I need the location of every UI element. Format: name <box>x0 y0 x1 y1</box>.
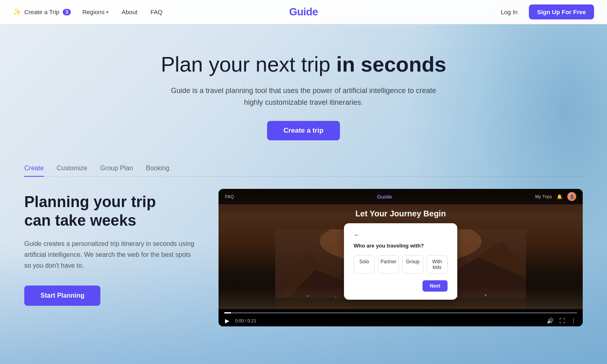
video-modal-options: Solo Partner Group With kids <box>354 255 448 274</box>
video-avatar: 👤 <box>567 192 576 201</box>
create-trip-button[interactable]: ✨ Create a Trip 3 <box>13 6 71 18</box>
login-button[interactable]: Log In <box>496 5 522 19</box>
signup-button[interactable]: Sign Up For Free <box>529 4 594 19</box>
option-solo[interactable]: Solo <box>354 255 375 274</box>
hero-cta-button[interactable]: Create a trip <box>267 121 340 140</box>
video-controls-left: ▶ 0:00 / 0:21 <box>224 317 256 325</box>
hero-title-normal: Plan your next trip <box>161 53 330 76</box>
faq-link[interactable]: FAQ <box>149 6 164 18</box>
feature-heading: Planning your trip can take weeks <box>24 193 194 230</box>
video-time-total: 0:21 <box>248 318 256 323</box>
video-my-trips: My Trips <box>535 194 552 199</box>
navbar: ✨ Create a Trip 3 Regions ▾ About FAQ Gu… <box>0 0 607 24</box>
video-fullscreen-button[interactable]: ⛶ <box>558 317 566 325</box>
video-modal-back-arrow: ← <box>354 231 448 239</box>
create-trip-badge: 3 <box>63 9 71 15</box>
video-modal-question: Who are you traveling with? <box>354 243 448 249</box>
feature-description: Guide creates a personalized trip itiner… <box>24 238 194 271</box>
option-partner[interactable]: Partner <box>378 255 399 274</box>
feature-content-row: Planning your trip can take weeks Guide … <box>24 189 583 326</box>
start-planning-button[interactable]: Start Planning <box>24 286 100 306</box>
hero-subtitle: Guide is a travel planning tool that use… <box>162 85 445 108</box>
video-progress-fill <box>224 312 231 313</box>
tab-customize[interactable]: Customize <box>57 165 87 177</box>
about-link[interactable]: About <box>120 6 139 18</box>
hero-title: Plan your next trip in seconds <box>8 53 599 77</box>
video-journey-title: Let Your Journey Begin <box>219 209 583 218</box>
video-modal-next-button[interactable]: Next <box>422 280 448 292</box>
regions-button[interactable]: Regions ▾ <box>81 6 110 18</box>
hero-section: Plan your next trip in seconds Guide is … <box>0 24 607 157</box>
video-navbar: FAQ Guide My Trips 🔔 👤 <box>219 189 583 204</box>
video-more-button[interactable]: ⋮ <box>570 317 577 325</box>
video-volume-button[interactable]: 🔊 <box>546 317 554 325</box>
video-modal: ← Who are you traveling with? Solo Partn… <box>344 223 457 300</box>
video-nav-logo: Guide <box>377 194 392 200</box>
tab-create[interactable]: Create <box>24 165 44 177</box>
create-trip-label: Create a Trip <box>24 8 59 15</box>
option-group[interactable]: Group <box>402 255 423 274</box>
site-logo[interactable]: Guide <box>289 6 318 18</box>
video-controls-row: ▶ 0:00 / 0:21 🔊 ⛶ ⋮ <box>224 317 577 325</box>
video-play-button[interactable]: ▶ <box>224 317 230 325</box>
video-player[interactable]: FAQ Guide My Trips 🔔 👤 Let Your Journey … <box>219 189 583 326</box>
video-inner: FAQ Guide My Trips 🔔 👤 Let Your Journey … <box>219 189 583 326</box>
wand-icon: ✨ <box>13 8 21 16</box>
tab-booking[interactable]: Booking <box>146 165 170 177</box>
tabs-nav: Create Customize Group Plan Booking <box>24 165 583 177</box>
video-time-current: 0:00 <box>235 318 244 323</box>
feature-left: Planning your trip can take weeks Guide … <box>24 189 194 306</box>
chevron-down-icon: ▾ <box>106 9 108 15</box>
navbar-left: ✨ Create a Trip 3 Regions ▾ About FAQ <box>13 6 164 18</box>
video-time: 0:00 / 0:21 <box>235 318 256 323</box>
hero-title-bold: in seconds <box>336 53 446 76</box>
feature-heading-line1: Planning your trip <box>24 193 156 210</box>
video-controls: ▶ 0:00 / 0:21 🔊 ⛶ ⋮ <box>219 309 583 326</box>
video-nav-bell: 🔔 <box>557 194 562 199</box>
video-nav-right: My Trips 🔔 👤 <box>535 192 576 201</box>
login-label: Log In <box>501 8 518 15</box>
feature-heading-line2: can take weeks <box>24 212 136 229</box>
tabs-section: Create Customize Group Plan Booking Plan… <box>0 165 607 326</box>
tab-group-plan[interactable]: Group Plan <box>100 165 133 177</box>
regions-label: Regions <box>82 8 104 15</box>
navbar-right: Log In Sign Up For Free <box>496 4 594 19</box>
video-nav-faq: FAQ <box>225 194 234 199</box>
video-controls-right: 🔊 ⛶ ⋮ <box>546 317 577 325</box>
video-progress-bar[interactable] <box>224 312 577 313</box>
option-with-kids[interactable]: With kids <box>427 255 448 274</box>
